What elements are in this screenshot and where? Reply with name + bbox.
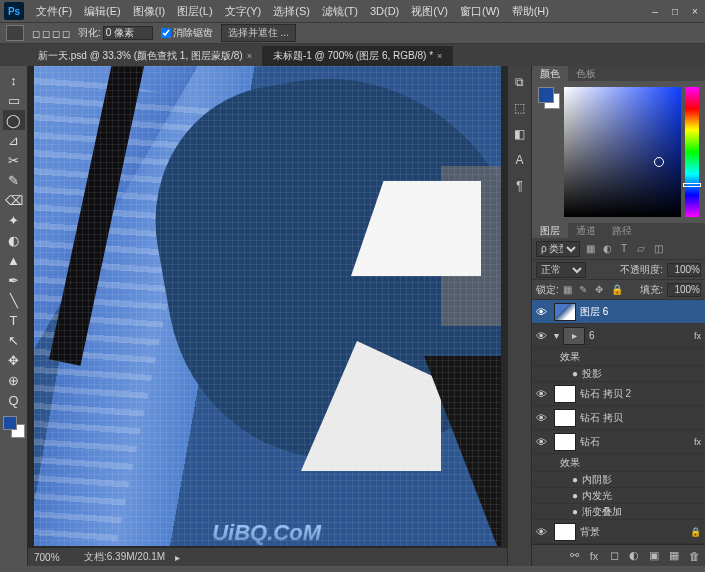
opacity-input[interactable] — [667, 263, 701, 277]
menu-3d[interactable]: 3D(D) — [364, 5, 405, 17]
close-tab-icon[interactable]: × — [247, 51, 252, 61]
filter-adjust-icon[interactable]: ◐ — [600, 242, 614, 256]
filter-shape-icon[interactable]: ▱ — [634, 242, 648, 256]
close-tab-icon[interactable]: × — [437, 51, 442, 61]
fx-badge[interactable]: fx — [694, 437, 701, 447]
layer-row[interactable]: 👁 图层 6 — [532, 300, 705, 324]
layer-row[interactable]: 👁 钻石 拷贝 — [532, 406, 705, 430]
antialias-checkbox[interactable] — [161, 28, 171, 38]
visibility-icon[interactable]: 👁 — [536, 330, 550, 342]
layer-effect-item[interactable]: ● 渐变叠加 — [532, 504, 705, 520]
window-maximize-button[interactable]: □ — [669, 5, 681, 17]
menu-filter[interactable]: 滤镜(T) — [316, 4, 364, 19]
layer-row[interactable]: 👁 钻石 fx — [532, 430, 705, 454]
expand-icon[interactable]: ▾ — [554, 330, 559, 341]
color-cursor[interactable] — [654, 157, 664, 167]
canvas-area[interactable]: 文档:6.39M/20.1M ▸ UiBQ.CoM — [28, 66, 507, 566]
layers-tab[interactable]: 图层 — [532, 223, 568, 238]
visibility-icon[interactable]: 👁 — [536, 388, 550, 400]
menu-type[interactable]: 文字(Y) — [219, 4, 268, 19]
hand-tool[interactable]: ✥ — [3, 350, 25, 370]
layer-thumb[interactable] — [554, 523, 576, 541]
zoom-input[interactable] — [34, 552, 74, 563]
properties-icon[interactable]: ⬚ — [512, 100, 528, 116]
layer-effect-item[interactable]: ● 内发光 — [532, 488, 705, 504]
mini-fg-swatch[interactable] — [538, 87, 554, 103]
layer-name[interactable]: 钻石 拷贝 — [580, 411, 623, 425]
menu-select[interactable]: 选择(S) — [267, 4, 316, 19]
zoom-tool[interactable]: ⊕ — [3, 370, 25, 390]
fill-input[interactable] — [667, 283, 701, 297]
quick-select-tool[interactable]: ⊿ — [3, 130, 25, 150]
gradient-tool[interactable]: ✒ — [3, 270, 25, 290]
fx-badge[interactable]: fx — [694, 331, 701, 341]
paragraph-icon[interactable]: ¶ — [512, 178, 528, 194]
status-arrow-icon[interactable]: ▸ — [175, 552, 180, 563]
window-close-button[interactable]: × — [689, 5, 701, 17]
layer-name[interactable]: 钻石 拷贝 2 — [580, 387, 631, 401]
paths-tab[interactable]: 路径 — [604, 223, 640, 238]
menu-image[interactable]: 图像(I) — [127, 4, 171, 19]
document-tab-2[interactable]: 未标题-1 @ 700% (图层 6, RGB/8) * × — [263, 46, 453, 66]
lock-transparency-icon[interactable]: ▦ — [563, 284, 575, 296]
layer-row[interactable]: 👁 钻石 拷贝 2 — [532, 382, 705, 406]
marquee-tool[interactable]: ▭ — [3, 90, 25, 110]
layer-effect-item[interactable]: ● 内阴影 — [532, 472, 705, 488]
filter-type-icon[interactable]: T — [617, 242, 631, 256]
document-canvas[interactable] — [34, 66, 501, 546]
layer-row[interactable]: 👁 ▾ ▸ 6 fx — [532, 324, 705, 348]
intersect-selection-icon[interactable]: ◻ — [62, 28, 70, 39]
channels-tab[interactable]: 通道 — [568, 223, 604, 238]
lock-pixels-icon[interactable]: ✎ — [579, 284, 591, 296]
color-field[interactable] — [564, 87, 681, 217]
healing-tool[interactable]: ⌫ — [3, 190, 25, 210]
new-group-icon[interactable]: ▣ — [647, 549, 661, 563]
window-minimize-button[interactable]: – — [649, 5, 661, 17]
layer-name[interactable]: 钻石 — [580, 435, 600, 449]
eyedropper-tool[interactable]: ✎ — [3, 170, 25, 190]
layer-mask-icon[interactable]: ◻ — [607, 549, 621, 563]
eraser-tool[interactable]: ▲ — [3, 250, 25, 270]
brush-tool[interactable]: ✦ — [3, 210, 25, 230]
layer-fx-icon[interactable]: fx — [587, 549, 601, 563]
history-icon[interactable]: ⧉ — [512, 74, 528, 90]
layer-name[interactable]: 6 — [589, 330, 595, 341]
layer-thumb[interactable] — [554, 433, 576, 451]
hue-cursor[interactable] — [683, 183, 701, 187]
layer-thumb[interactable] — [554, 385, 576, 403]
layer-row[interactable]: 👁 背景 🔒 — [532, 520, 705, 544]
menu-view[interactable]: 视图(V) — [405, 4, 454, 19]
type-tool[interactable]: T — [3, 310, 25, 330]
add-selection-icon[interactable]: ◻ — [42, 28, 50, 39]
new-adjustment-icon[interactable]: ◐ — [627, 549, 641, 563]
crop-tool[interactable]: ✂ — [3, 150, 25, 170]
link-layers-icon[interactable]: ⚯ — [567, 549, 581, 563]
layer-thumb[interactable] — [554, 409, 576, 427]
layer-effects-row[interactable]: 效果 — [532, 454, 705, 472]
quick-mask-tool[interactable]: Q — [3, 390, 25, 410]
lock-position-icon[interactable]: ✥ — [595, 284, 607, 296]
blend-mode-select[interactable]: 正常 — [536, 262, 586, 278]
menu-edit[interactable]: 编辑(E) — [78, 4, 127, 19]
subtract-selection-icon[interactable]: ◻ — [52, 28, 60, 39]
menu-help[interactable]: 帮助(H) — [506, 4, 555, 19]
filter-smart-icon[interactable]: ◫ — [651, 242, 665, 256]
lasso-tool[interactable]: ◯ — [3, 110, 25, 130]
group-thumb[interactable]: ▸ — [563, 327, 585, 345]
feather-input[interactable] — [103, 26, 153, 40]
visibility-icon[interactable]: 👁 — [536, 306, 550, 318]
new-selection-icon[interactable]: ◻ — [32, 28, 40, 39]
pen-tool[interactable]: ╲ — [3, 290, 25, 310]
tool-preset-picker[interactable] — [6, 25, 24, 41]
color-tab[interactable]: 颜色 — [532, 66, 568, 81]
new-layer-icon[interactable]: ▦ — [667, 549, 681, 563]
filter-pixel-icon[interactable]: ▦ — [583, 242, 597, 256]
visibility-icon[interactable]: 👁 — [536, 412, 550, 424]
character-icon[interactable]: A — [512, 152, 528, 168]
layer-thumb[interactable] — [554, 303, 576, 321]
visibility-icon[interactable]: 👁 — [536, 526, 550, 538]
layer-effect-item[interactable]: ● 投影 — [532, 366, 705, 382]
layer-name[interactable]: 背景 — [580, 525, 600, 539]
move-tool[interactable]: ↕ — [3, 70, 25, 90]
hue-slider[interactable] — [685, 87, 699, 217]
